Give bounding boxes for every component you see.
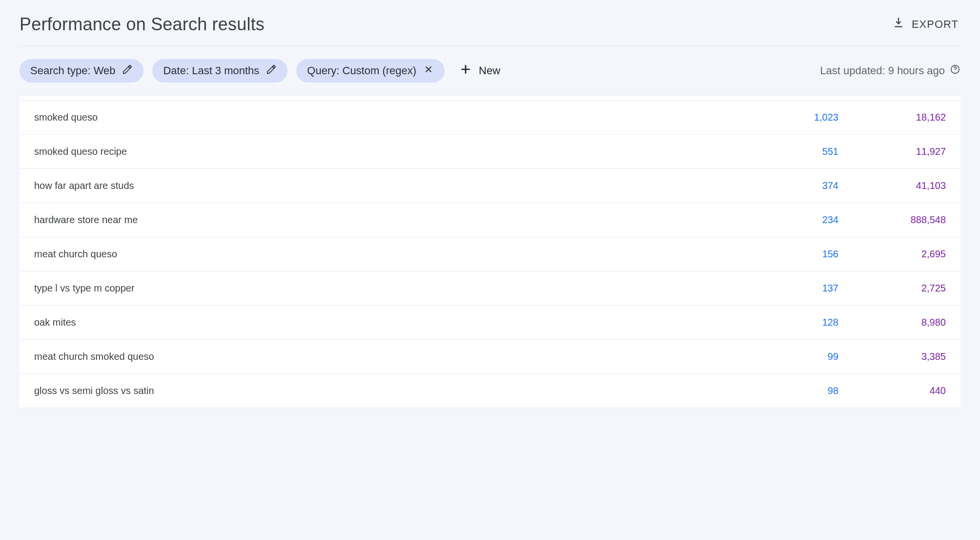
impressions-cell: 11,927 [838, 146, 946, 157]
queries-table: smoked queso1,02318,162smoked queso reci… [20, 95, 960, 408]
last-updated: Last updated: 9 hours ago [820, 64, 960, 78]
help-icon[interactable] [950, 64, 960, 78]
impressions-cell: 888,548 [838, 214, 946, 226]
impressions-cell: 18,162 [838, 112, 946, 123]
table-row[interactable]: gloss vs semi gloss vs satin98440 [20, 374, 960, 408]
clicks-cell: 1,023 [751, 112, 838, 123]
impressions-cell: 8,980 [838, 317, 946, 328]
chip-label: Date: Last 3 months [163, 64, 259, 77]
export-button[interactable]: EXPORT [890, 14, 960, 35]
filter-chip-date[interactable]: Date: Last 3 months [152, 59, 287, 83]
table-row[interactable]: oak mites1288,980 [20, 306, 960, 340]
impressions-cell: 41,103 [838, 180, 946, 191]
add-filter-button[interactable]: New [453, 59, 506, 83]
last-updated-text: Last updated: 9 hours ago [820, 64, 945, 77]
filter-chip-query[interactable]: Query: Custom (regex) [296, 59, 445, 83]
table-row[interactable]: smoked queso1,02318,162 [20, 101, 960, 135]
impressions-cell: 2,725 [838, 283, 946, 294]
clicks-cell: 137 [751, 283, 838, 294]
query-cell: hardware store near me [34, 214, 751, 226]
table-row[interactable]: meat church smoked queso993,385 [20, 340, 960, 374]
clicks-cell: 98 [751, 385, 838, 396]
query-cell: meat church smoked queso [34, 351, 751, 362]
query-cell: how far apart are studs [34, 180, 751, 191]
query-cell: smoked queso recipe [34, 146, 751, 157]
table-row[interactable]: hardware store near me234888,548 [20, 203, 960, 237]
table-row[interactable]: smoked queso recipe55111,927 [20, 135, 960, 169]
clicks-cell: 99 [751, 351, 838, 362]
query-cell: meat church queso [34, 249, 751, 260]
impressions-cell: 440 [838, 385, 946, 396]
chip-label: Search type: Web [30, 64, 115, 77]
table-row[interactable]: meat church queso1562,695 [20, 237, 960, 271]
table-row[interactable]: how far apart are studs37441,103 [20, 169, 960, 203]
chip-label: Query: Custom (regex) [307, 64, 416, 77]
clicks-cell: 551 [751, 146, 838, 157]
clicks-cell: 156 [751, 249, 838, 260]
query-cell: type l vs type m copper [34, 283, 751, 294]
plus-icon [459, 63, 472, 79]
download-icon [892, 17, 905, 32]
table-top-strip [20, 96, 960, 101]
filters-bar: Search type: Web Date: Last 3 months Que… [20, 46, 960, 95]
page-title: Performance on Search results [20, 14, 265, 35]
query-cell: gloss vs semi gloss vs satin [34, 385, 751, 396]
query-cell: smoked queso [34, 112, 751, 123]
header: Performance on Search results EXPORT [20, 10, 960, 46]
table-row[interactable]: type l vs type m copper1372,725 [20, 271, 960, 306]
filter-chip-search-type[interactable]: Search type: Web [20, 59, 143, 83]
query-cell: oak mites [34, 317, 751, 328]
pencil-icon [266, 64, 277, 78]
clicks-cell: 374 [751, 180, 838, 191]
export-label: EXPORT [912, 18, 959, 31]
close-icon[interactable] [423, 64, 434, 78]
impressions-cell: 2,695 [838, 249, 946, 260]
clicks-cell: 128 [751, 317, 838, 328]
clicks-cell: 234 [751, 214, 838, 226]
new-filter-label: New [479, 64, 500, 77]
impressions-cell: 3,385 [838, 351, 946, 362]
pencil-icon [122, 64, 133, 78]
